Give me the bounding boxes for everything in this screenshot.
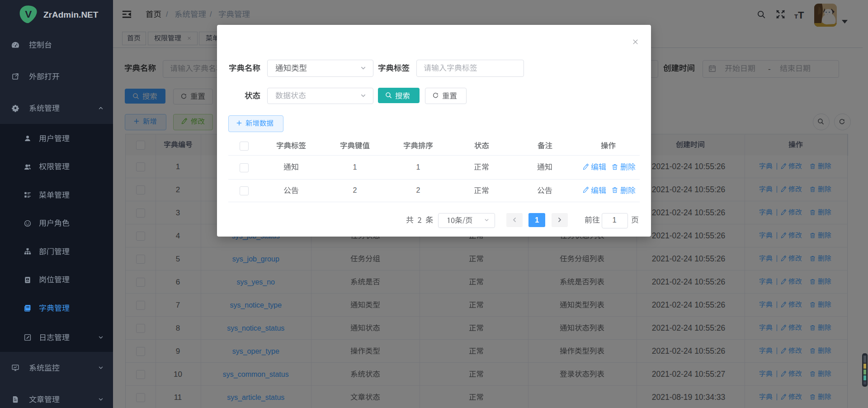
svg-text:V: V <box>25 9 32 20</box>
